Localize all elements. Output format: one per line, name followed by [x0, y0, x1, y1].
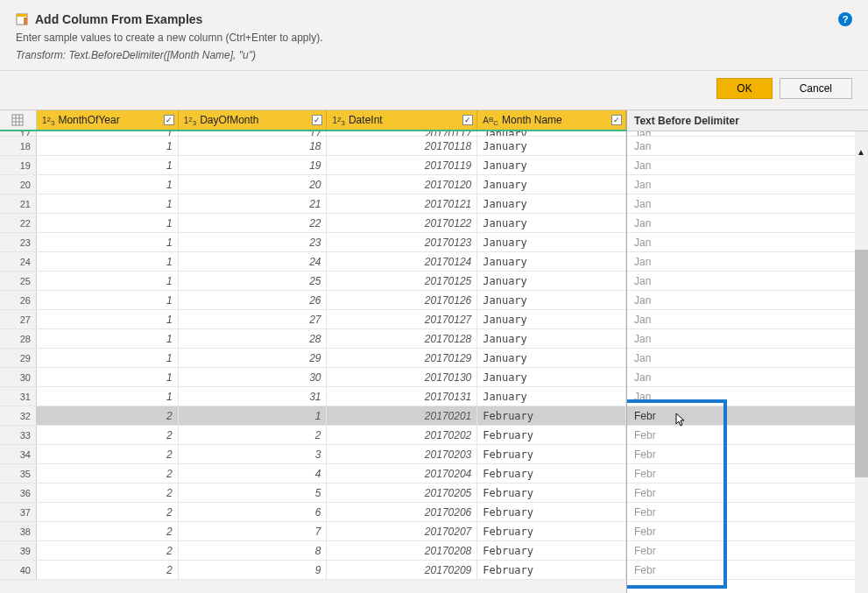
example-input-cell[interactable]: Jan	[627, 175, 868, 194]
table-row[interactable]: 2612620170126January	[0, 291, 626, 310]
cell-dayofmonth[interactable]: 27	[179, 310, 328, 328]
table-row[interactable]: 2312320170123January	[0, 233, 626, 252]
example-input-cell[interactable]: Jan	[627, 233, 868, 252]
example-input-cell[interactable]: Febr	[627, 445, 868, 464]
table-options-button[interactable]	[0, 110, 37, 130]
cell-monthofyear[interactable]: 2	[37, 426, 179, 444]
cell-monthname[interactable]: February	[477, 426, 626, 444]
cell-monthofyear[interactable]: 2	[37, 406, 179, 425]
cell-dayofmonth[interactable]: 23	[179, 233, 328, 251]
cell-dateint[interactable]: 20170129	[327, 349, 477, 367]
cell-dayofmonth[interactable]: 7	[179, 522, 328, 540]
cell-monthofyear[interactable]: 1	[37, 310, 179, 328]
cell-dayofmonth[interactable]: 3	[179, 445, 328, 463]
cell-monthname[interactable]: January	[477, 368, 626, 386]
cell-dateint[interactable]: 20170121	[327, 194, 477, 213]
cell-monthname[interactable]: January	[477, 137, 626, 155]
example-input-cell[interactable]: Jan	[627, 368, 868, 387]
cell-dayofmonth[interactable]: 18	[179, 137, 328, 155]
cell-dayofmonth[interactable]: 2	[179, 426, 328, 444]
example-input-cell[interactable]: Febr	[627, 484, 868, 503]
cell-monthname[interactable]: January	[477, 214, 626, 232]
example-input-cell[interactable]: Jan	[627, 291, 868, 310]
cell-dayofmonth[interactable]: 20	[179, 175, 328, 194]
cell-monthname[interactable]: February	[477, 484, 626, 502]
cell-dateint[interactable]: 20170118	[327, 137, 477, 155]
table-row[interactable]: 2812820170128January	[0, 329, 626, 349]
cell-monthofyear[interactable]: 2	[37, 561, 179, 579]
cell-monthname[interactable]: February	[477, 522, 626, 540]
cell-monthofyear[interactable]: 2	[37, 503, 179, 521]
cell-monthofyear[interactable]: 1	[37, 387, 179, 406]
cell-dayofmonth[interactable]: 1	[179, 406, 328, 425]
example-input-cell[interactable]: Jan	[627, 156, 868, 175]
cell-dateint[interactable]: 20170202	[327, 426, 477, 444]
cell-monthname[interactable]: January	[477, 387, 626, 406]
cell-monthofyear[interactable]: 1	[37, 175, 179, 194]
cell-dayofmonth[interactable]: 24	[179, 252, 328, 271]
cell-monthname[interactable]: January	[477, 272, 626, 290]
cell-monthofyear[interactable]: 1	[37, 156, 179, 174]
new-column-header[interactable]: Text Before Delimiter	[627, 110, 868, 131]
cell-dateint[interactable]: 20170204	[327, 464, 477, 483]
cell-monthofyear[interactable]: 1	[37, 137, 179, 155]
cell-dateint[interactable]: 20170117	[327, 131, 477, 136]
cancel-button[interactable]: Cancel	[780, 78, 852, 99]
cell-dayofmonth[interactable]: 21	[179, 194, 328, 213]
example-input-cell[interactable]: Jan	[627, 214, 868, 233]
example-input-cell[interactable]: Febr	[627, 541, 868, 561]
cell-dateint[interactable]: 20170126	[327, 291, 477, 309]
cell-monthname[interactable]: January	[477, 156, 626, 174]
cell-dateint[interactable]: 20170206	[327, 503, 477, 521]
cell-dateint[interactable]: 20170208	[327, 541, 477, 560]
column-header-dayofmonth[interactable]: 123 DayOfMonth ✓	[179, 110, 328, 130]
column-header-monthofyear[interactable]: 123 MonthOfYear ✓	[37, 110, 179, 130]
table-row[interactable]: 392820170208February	[0, 541, 626, 561]
cell-dayofmonth[interactable]: 31	[179, 387, 328, 406]
example-input-cell[interactable]: Febr	[627, 406, 868, 426]
example-input-cell[interactable]: Jan	[627, 310, 868, 329]
cell-monthname[interactable]: February	[477, 406, 626, 425]
table-row[interactable]: 402920170209February	[0, 561, 626, 580]
table-row[interactable]: 3013020170130January	[0, 368, 626, 387]
table-row[interactable]: 362520170205February	[0, 484, 626, 503]
column-checkbox[interactable]: ✓	[611, 115, 622, 125]
cell-dayofmonth[interactable]: 30	[179, 368, 328, 386]
cell-dateint[interactable]: 20170130	[327, 368, 477, 386]
cell-monthofyear[interactable]: 1	[37, 233, 179, 251]
cell-dateint[interactable]: 20170120	[327, 175, 477, 194]
cell-dayofmonth[interactable]: 5	[179, 484, 328, 502]
example-input-cell[interactable]: Febr	[627, 503, 868, 522]
scroll-thumb[interactable]	[855, 250, 868, 477]
cell-monthname[interactable]: January	[477, 131, 626, 136]
cell-dayofmonth[interactable]: 25	[179, 272, 328, 290]
example-input-cell[interactable]: Jan	[627, 137, 868, 156]
cell-monthofyear[interactable]: 2	[37, 445, 179, 463]
cell-monthofyear[interactable]: 1	[37, 291, 179, 309]
cell-dateint[interactable]: 20170131	[327, 387, 477, 406]
example-input-cell[interactable]: Febr	[627, 426, 868, 445]
column-checkbox[interactable]: ✓	[462, 115, 473, 125]
cell-monthname[interactable]: January	[477, 194, 626, 213]
cell-monthofyear[interactable]: 1	[37, 131, 179, 136]
vertical-scrollbar[interactable]: ▲	[855, 131, 868, 593]
cell-monthofyear[interactable]: 2	[37, 522, 179, 540]
table-row[interactable]: 352420170204February	[0, 464, 626, 484]
example-input-cell[interactable]: Febr	[627, 561, 868, 580]
table-row[interactable]: 2112120170121January	[0, 194, 626, 214]
cell-monthname[interactable]: February	[477, 503, 626, 521]
cell-dateint[interactable]: 20170201	[327, 406, 477, 425]
cell-dateint[interactable]: 20170209	[327, 561, 477, 579]
cell-monthofyear[interactable]: 1	[37, 272, 179, 290]
cell-dayofmonth[interactable]: 17	[179, 131, 328, 136]
cell-dateint[interactable]: 20170122	[327, 214, 477, 232]
example-input-cell[interactable]: Jan	[627, 329, 868, 349]
cell-monthname[interactable]: February	[477, 464, 626, 483]
cell-monthname[interactable]: February	[477, 445, 626, 463]
table-row[interactable]: 332220170202February	[0, 426, 626, 445]
table-row[interactable]: 322120170201February	[0, 406, 626, 426]
cell-monthofyear[interactable]: 2	[37, 484, 179, 502]
ok-button[interactable]: OK	[716, 78, 772, 99]
cell-monthofyear[interactable]: 2	[37, 541, 179, 560]
table-row[interactable]: 1911920170119January	[0, 156, 626, 175]
